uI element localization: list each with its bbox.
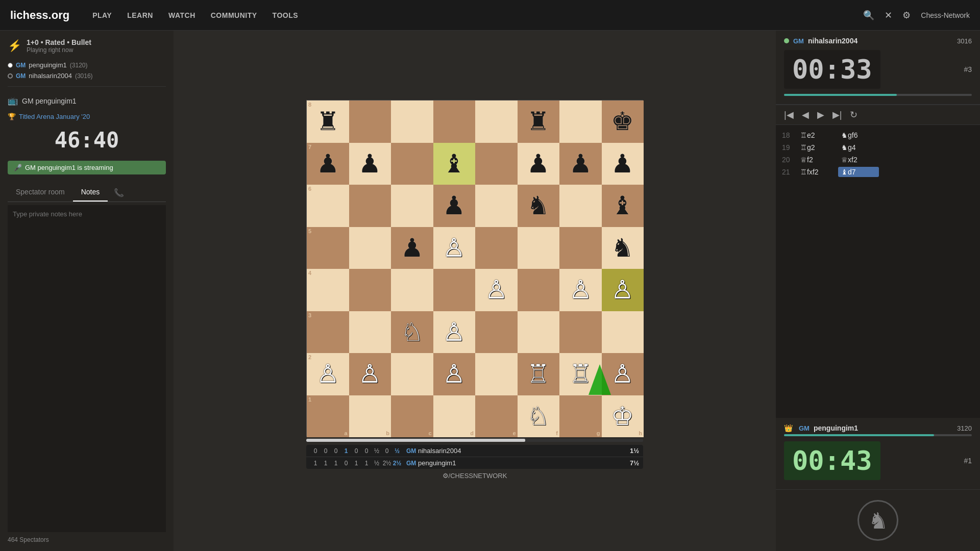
square-f1[interactable]: f♘ — [518, 395, 560, 438]
move-19-black[interactable]: ♞g4 — [838, 142, 879, 153]
square-e7[interactable] — [475, 143, 518, 185]
square-b6[interactable] — [349, 185, 391, 227]
move-20-white[interactable]: ♕f2 — [797, 155, 838, 165]
square-b8[interactable] — [349, 101, 391, 143]
settings-icon[interactable]: ⚙ — [902, 10, 911, 21]
square-h3[interactable] — [602, 311, 644, 354]
move-19-white[interactable]: ♖g2 — [797, 142, 838, 153]
square-a8[interactable]: 8♜ — [307, 101, 349, 143]
square-f6[interactable]: ♞ — [518, 185, 560, 227]
square-b4[interactable] — [349, 269, 391, 311]
square-e8[interactable] — [475, 101, 518, 143]
square-c8[interactable] — [391, 101, 433, 143]
square-e1[interactable]: e — [475, 395, 518, 438]
square-g7[interactable]: ♟ — [559, 143, 602, 185]
square-c1[interactable]: c — [391, 395, 433, 438]
phone-icon[interactable]: 📞 — [108, 184, 130, 202]
square-b1[interactable]: b — [349, 395, 391, 438]
piece-c5: ♟ — [401, 235, 424, 261]
square-g6[interactable] — [559, 185, 602, 227]
results-name-p1[interactable]: GM nihalsarin2004 — [406, 447, 626, 455]
square-c4[interactable] — [391, 269, 433, 311]
square-e2[interactable] — [475, 353, 518, 395]
flip-board-btn[interactable]: ↻ — [847, 108, 861, 121]
square-e4[interactable]: ♙ — [475, 269, 518, 311]
square-d8[interactable] — [433, 101, 476, 143]
move-21-white[interactable]: ♖fxf2 — [797, 167, 838, 177]
square-e5[interactable] — [475, 227, 518, 269]
square-a1[interactable]: 1a — [307, 395, 349, 438]
square-h7[interactable]: ♟ — [602, 143, 644, 185]
square-b2[interactable]: ♙ — [349, 353, 391, 395]
streaming-badge[interactable]: 🎤 GM penguingim1 is streaming — [8, 161, 166, 174]
square-f8[interactable]: ♜ — [518, 101, 560, 143]
close-icon[interactable]: ✕ — [885, 10, 892, 21]
square-g1[interactable]: g — [559, 395, 602, 438]
square-c6[interactable] — [391, 185, 433, 227]
square-a7[interactable]: 7♟ — [307, 143, 349, 185]
move-18-black[interactable]: ♞gf6 — [838, 130, 879, 140]
player1-name[interactable]: penguingim1 — [29, 61, 66, 69]
square-d2[interactable]: ♙ — [433, 353, 476, 395]
last-move-btn[interactable]: ▶| — [829, 108, 845, 121]
square-g3[interactable] — [559, 311, 602, 354]
square-c5[interactable]: ♟ — [391, 227, 433, 269]
move-21-black[interactable]: ♝d7 — [838, 167, 879, 177]
nav-community[interactable]: COMMUNITY — [211, 11, 257, 19]
site-logo[interactable]: lichess.org — [10, 9, 69, 22]
spectator-tab[interactable]: Spectator room — [8, 184, 73, 202]
square-f7[interactable]: ♟ — [518, 143, 560, 185]
search-icon[interactable]: 🔍 — [863, 10, 874, 21]
square-d6[interactable]: ♟ — [433, 185, 476, 227]
square-f5[interactable] — [518, 227, 560, 269]
square-b3[interactable] — [349, 311, 391, 354]
square-a6[interactable]: 6 — [307, 185, 349, 227]
player2-name[interactable]: nihalsarin2004 — [29, 72, 72, 80]
square-b5[interactable] — [349, 227, 391, 269]
move-20-black[interactable]: ♕xf2 — [838, 155, 879, 165]
square-d5[interactable]: ♙ — [433, 227, 476, 269]
square-d4[interactable] — [433, 269, 476, 311]
square-g4[interactable]: ♙ — [559, 269, 602, 311]
bottom-player-name[interactable]: penguingim1 — [814, 424, 858, 432]
square-g8[interactable] — [559, 101, 602, 143]
square-d7[interactable]: ♝ — [433, 143, 476, 185]
square-h8[interactable]: ♚ — [602, 101, 644, 143]
square-a5[interactable]: 5 — [307, 227, 349, 269]
prev-move-btn[interactable]: ◀ — [799, 108, 812, 121]
username-display[interactable]: Chess-Network — [921, 11, 970, 19]
square-a4[interactable]: 4 — [307, 269, 349, 311]
nav-tools[interactable]: TOOLS — [273, 11, 298, 19]
first-move-btn[interactable]: |◀ — [781, 108, 797, 121]
square-e3[interactable] — [475, 311, 518, 354]
next-move-btn[interactable]: ▶ — [814, 108, 827, 121]
square-c3[interactable]: ♘ — [391, 311, 433, 354]
square-h6[interactable]: ♝ — [602, 185, 644, 227]
move-18-white[interactable]: ♖e2 — [797, 130, 838, 140]
notes-input[interactable] — [8, 205, 166, 532]
square-c7[interactable] — [391, 143, 433, 185]
square-h5[interactable]: ♞ — [602, 227, 644, 269]
square-a3[interactable]: 3 — [307, 311, 349, 354]
square-d1[interactable]: d — [433, 395, 476, 438]
square-f3[interactable] — [518, 311, 560, 354]
nav-learn[interactable]: LEARN — [127, 11, 153, 19]
square-h4[interactable]: ♙ — [602, 269, 644, 311]
results-name-p2[interactable]: GM penguingim1 — [406, 459, 626, 467]
square-b7[interactable]: ♟ — [349, 143, 391, 185]
score-3-p2: 0 — [341, 460, 351, 467]
square-g5[interactable] — [559, 227, 602, 269]
square-c2[interactable] — [391, 353, 433, 395]
nav-play[interactable]: PLAY — [92, 11, 112, 19]
square-a2[interactable]: 2♙ — [307, 353, 349, 395]
nav-watch[interactable]: WATCH — [168, 11, 195, 19]
top-player-name[interactable]: nihalsarin2004 — [808, 37, 857, 45]
square-h1[interactable]: h♔ — [602, 395, 644, 438]
square-d3[interactable]: ♙ — [433, 311, 476, 354]
square-e6[interactable] — [475, 185, 518, 227]
tabs-row: Spectator room Notes 📞 — [8, 184, 166, 202]
notes-tab[interactable]: Notes — [73, 184, 108, 202]
square-f2[interactable]: ♖ — [518, 353, 560, 395]
square-f4[interactable] — [518, 269, 560, 311]
arena-link[interactable]: 🏆 Titled Arena January '20 — [8, 113, 166, 120]
